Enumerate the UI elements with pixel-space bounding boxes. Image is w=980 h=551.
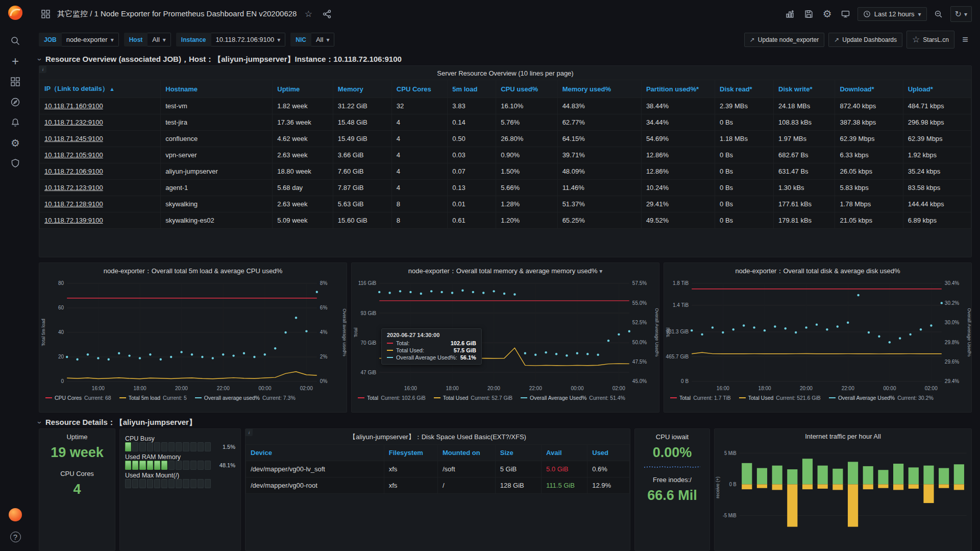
chart-title[interactable]: node-exporter：Overall total disk & avera… xyxy=(664,263,971,278)
instance-filter-value[interactable]: 10.118.72.106:9100 xyxy=(211,33,286,46)
legend-item[interactable]: Total 5m loadCurrent: 5 xyxy=(119,395,187,401)
user-avatar[interactable] xyxy=(9,508,22,521)
column-header[interactable]: Upload* xyxy=(903,80,971,98)
ip-link[interactable]: 10.118.72.139:9100 xyxy=(40,212,161,229)
table-cell: 39.71% xyxy=(557,147,641,163)
ip-link[interactable]: 10.118.72.106:9100 xyxy=(40,163,161,180)
column-header[interactable]: Used xyxy=(587,444,630,461)
ip-link[interactable]: 10.118.72.123:9100 xyxy=(40,180,161,196)
table-cell: 15.60 GiB xyxy=(333,212,391,229)
update-node-exporter-link[interactable]: Update node_exporter xyxy=(744,33,824,47)
gauge-cell xyxy=(205,442,211,451)
save-dashboard-icon[interactable] xyxy=(802,7,816,20)
caret-down-icon xyxy=(918,10,921,18)
column-header[interactable]: Memory xyxy=(333,80,391,98)
host-filter: Host All xyxy=(124,33,171,46)
dashboards-icon[interactable] xyxy=(5,71,26,92)
column-header[interactable]: Filesystem xyxy=(384,444,437,461)
search-icon[interactable] xyxy=(5,31,26,51)
legend-item[interactable]: Total UsedCurrent: 52.7 GiB xyxy=(434,395,512,401)
column-header[interactable]: Memory used% xyxy=(557,80,641,98)
ip-link[interactable]: 10.118.72.128:9100 xyxy=(40,196,161,212)
refresh-button[interactable] xyxy=(950,6,972,22)
alerting-icon[interactable] xyxy=(5,112,26,133)
update-dashboards-link[interactable]: Update Dashboards xyxy=(828,33,902,47)
traffic-title[interactable]: Internet traffic per hour All xyxy=(715,429,971,443)
column-header[interactable]: Size xyxy=(495,444,541,461)
overview-section-header[interactable]: Resource Overview (associated JOB)，Host：… xyxy=(39,54,972,65)
gauge-cell xyxy=(168,442,175,451)
chart-svg-2[interactable]: 0 B465.7 GiB931.3 GiB1.4 TiB1.8 TiB29.4%… xyxy=(664,278,971,395)
chart-title[interactable]: node-exporter：Overall total 5m load & av… xyxy=(39,263,347,278)
panel-info-icon[interactable] xyxy=(246,429,253,436)
uptime-panel: Uptime 19 week CPU Cores 4 xyxy=(39,428,115,551)
configuration-gear-icon[interactable] xyxy=(5,133,26,153)
gauge-cell xyxy=(125,479,131,488)
time-range-picker[interactable]: Last 12 hours xyxy=(857,7,927,21)
ip-link[interactable]: 10.118.72.105:9100 xyxy=(40,147,161,163)
column-header[interactable]: CPU Cores xyxy=(391,80,447,98)
ip-link[interactable]: 10.118.71.232:9100 xyxy=(40,114,161,131)
free-inodes-title[interactable]: Free inodes:/ xyxy=(635,472,709,485)
legend-item[interactable]: CPU CoresCurrent: 68 xyxy=(45,395,111,401)
kiosk-menu-icon[interactable] xyxy=(959,33,972,46)
add-panel-icon[interactable] xyxy=(784,7,797,20)
dashboard-settings-icon[interactable] xyxy=(821,7,834,20)
traffic-svg[interactable]: 5 MiB0 B-5 MiBreceive (+) xyxy=(715,443,971,537)
nic-filter-value[interactable]: All xyxy=(311,33,334,46)
details-section-header[interactable]: Resource Details：【aliyun-jumpserver】 xyxy=(39,417,972,428)
help-icon[interactable] xyxy=(5,526,26,547)
legend-item[interactable]: Total UsedCurrent: 521.6 GiB xyxy=(739,395,821,401)
cycle-view-icon[interactable] xyxy=(839,7,852,20)
overview-section-title: Resource Overview (associated JOB)，Host：… xyxy=(45,55,402,64)
star-icon[interactable] xyxy=(302,7,315,20)
column-header[interactable]: Hostname xyxy=(161,80,273,98)
ip-link[interactable]: 10.118.71.245:9100 xyxy=(40,131,161,147)
column-header[interactable]: Download* xyxy=(835,80,903,98)
cpu-iowait-title[interactable]: CPU iowait xyxy=(635,429,709,442)
gauge-cell xyxy=(139,442,145,451)
legend-item[interactable]: Overall average used%Current: 7.3% xyxy=(195,395,296,401)
column-header[interactable]: Avail xyxy=(542,444,587,461)
table-cell: / xyxy=(437,477,495,493)
uptime-title[interactable]: Uptime xyxy=(39,429,115,442)
panel-menu-caret-icon[interactable] xyxy=(599,267,602,275)
svg-text:18:00: 18:00 xyxy=(446,386,459,391)
table-cell: 5.68 day xyxy=(273,180,333,196)
host-filter-value[interactable]: All xyxy=(148,33,170,46)
disk-table-title[interactable]: 【aliyun-jumpserver】：Disk Space Used Basi… xyxy=(246,429,630,444)
column-header[interactable]: Partition used%* xyxy=(641,80,715,98)
column-header[interactable]: Mounted on xyxy=(437,444,495,461)
column-header[interactable]: Disk write* xyxy=(774,80,835,98)
legend-item[interactable]: TotalCurrent: 1.7 TiB xyxy=(670,395,731,401)
column-header[interactable]: 5m load xyxy=(448,80,496,98)
legend-item[interactable]: Overall Average Used%Current: 30.2% xyxy=(829,395,934,401)
svg-text:0 B: 0 B xyxy=(681,378,689,384)
server-admin-shield-icon[interactable] xyxy=(5,153,26,174)
bar-gauge: 48.1% xyxy=(125,461,235,470)
explore-icon[interactable] xyxy=(5,92,26,112)
table-cell: agent-1 xyxy=(161,180,273,196)
legend-item[interactable]: Overall Average Used%Current: 51.4% xyxy=(521,395,625,401)
gauge-cell xyxy=(168,461,175,470)
starsl-link[interactable]: StarsL.cn xyxy=(906,31,954,49)
avail-cell: 111.5 GiB xyxy=(542,477,587,493)
chart-svg-0[interactable]: 0204060800%2%4%6%8%16:0018:0020:0022:000… xyxy=(39,278,347,395)
disk-table-body: /dev/mapper/vg00-lv_softxfs/soft5 GiB5.0… xyxy=(246,461,630,493)
column-header[interactable]: IP（Link to details） xyxy=(40,80,161,98)
zoom-out-icon[interactable] xyxy=(932,7,945,20)
grafana-logo[interactable] xyxy=(7,4,24,21)
panel-info-icon[interactable] xyxy=(39,66,46,73)
job-filter-value[interactable]: node-exporter xyxy=(62,33,119,46)
legend-item[interactable]: TotalCurrent: 102.6 GiB xyxy=(358,395,426,401)
column-header[interactable]: Device xyxy=(246,444,384,461)
share-icon[interactable] xyxy=(320,7,333,20)
column-header[interactable]: Disk read* xyxy=(715,80,774,98)
breadcrumb[interactable]: 其它监控 / 1 Node Exporter for Prometheus Da… xyxy=(57,9,297,19)
column-header[interactable]: CPU used% xyxy=(496,80,557,98)
ip-link[interactable]: 10.118.71.160:9100 xyxy=(40,98,161,114)
column-header[interactable]: Uptime xyxy=(273,80,333,98)
create-icon[interactable] xyxy=(5,51,26,71)
cpu-cores-title[interactable]: CPU Cores xyxy=(39,466,115,478)
server-table-title[interactable]: Server Resource Overview (10 lines per p… xyxy=(39,66,971,80)
